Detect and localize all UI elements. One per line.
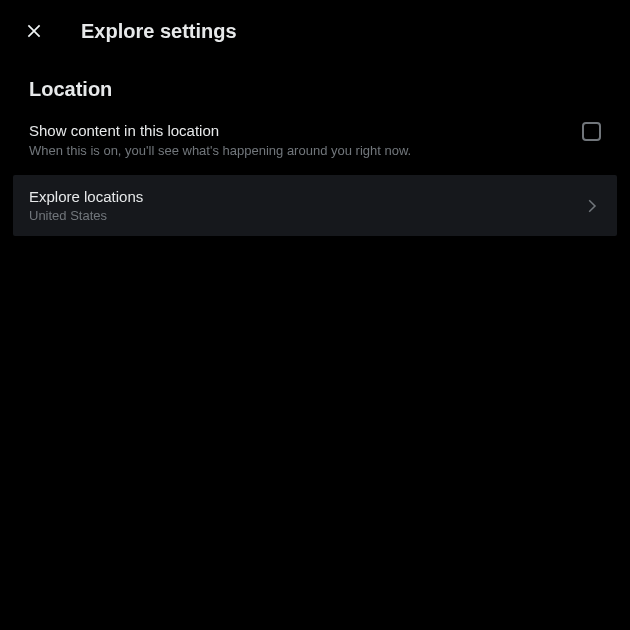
header: Explore settings: [13, 0, 617, 62]
page-title: Explore settings: [81, 20, 237, 43]
chevron-right-icon: [583, 197, 601, 215]
section-title-location: Location: [13, 62, 617, 109]
explore-locations-text: Explore locations United States: [29, 187, 583, 224]
close-icon: [24, 21, 44, 41]
show-content-setting: Show content in this location When this …: [13, 109, 617, 171]
explore-locations-row[interactable]: Explore locations United States: [13, 175, 617, 236]
explore-locations-label: Explore locations: [29, 187, 583, 207]
explore-settings-panel: Explore settings Location Show content i…: [0, 0, 630, 630]
close-button[interactable]: [17, 14, 51, 48]
explore-locations-value: United States: [29, 208, 583, 224]
show-content-description: When this is on, you'll see what's happe…: [29, 143, 570, 159]
show-content-checkbox[interactable]: [582, 122, 601, 141]
show-content-text: Show content in this location When this …: [29, 121, 570, 159]
show-content-label: Show content in this location: [29, 121, 570, 141]
